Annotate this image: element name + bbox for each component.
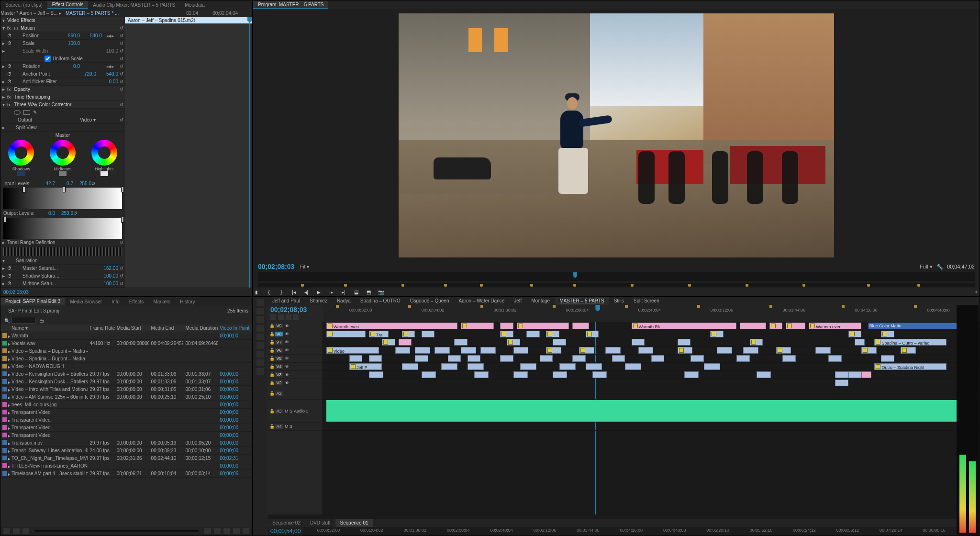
mask-ellipse-icon[interactable] [14,110,21,115]
scale-val[interactable]: 100.0 [53,41,80,46]
sequence-tab[interactable]: Jeff [509,297,526,305]
timeline-clip[interactable] [848,331,861,337]
timeline-clip[interactable] [326,331,366,337]
timeline-clip[interactable] [546,331,559,337]
sequence-tab[interactable]: Shamez [305,297,332,305]
timeline-clip[interactable] [520,363,536,370]
project-row[interactable]: ▸ Video – Intro with Titles and Motion.m… [0,386,252,393]
reset-icon[interactable]: ↺ [118,41,125,46]
reset-icon[interactable]: ↺ [118,240,125,245]
project-row[interactable]: ▸ TITLES-New-Transit-Lines_AARON.jpg 00;… [0,462,252,470]
project-row[interactable]: ▸ Transparent Video 00;00;00 [0,432,252,439]
timeline-clip[interactable]: Outro – Spadina Night [874,363,947,370]
mark-in-icon[interactable]: { [266,289,272,295]
pen-tool-icon[interactable] [256,342,264,349]
timeline-clip[interactable] [395,347,411,354]
timeline-clip[interactable] [454,339,467,346]
timeline-clip[interactable] [382,339,395,346]
project-row[interactable]: ▸ Video – NADYA ROUGH [0,363,252,370]
lower-seq-tab[interactable]: Sequence 01 [335,519,373,527]
rotation-val[interactable]: 0.0 [53,64,80,69]
find-icon[interactable] [214,528,221,534]
shadows-swatch[interactable] [17,171,25,176]
midtone-sat[interactable]: Midtone Satur... [14,281,91,286]
timeline-clip[interactable] [835,371,849,378]
audio-track-header[interactable]: 🔒A2 [267,387,323,400]
project-row[interactable]: ▸ Video – Kensington Dusk – Strollers.mo… [0,378,252,386]
play-icon[interactable]: ▶ [315,289,322,295]
col-mediaduration[interactable]: Media Duration [183,325,218,331]
tab-history[interactable]: History [175,298,200,305]
timeline-clip[interactable] [651,355,664,362]
program-markers-track[interactable] [258,283,975,287]
timeline-clip[interactable] [605,347,621,354]
project-row[interactable]: ▸ Timelapse AM part 4 - 3secs stabilized… [0,470,252,478]
reset-icon[interactable]: ↺ [118,273,125,279]
project-row[interactable]: ▸ Transition.mov29.97 fps00;00;00;00 00;… [0,439,252,447]
project-row[interactable]: ▸ Video – AM Sunrise 125x – 60min to 252… [0,393,252,401]
button-editor-icon[interactable]: ＋ [973,289,980,295]
extract-icon[interactable]: ⬒ [365,289,372,295]
zoom-tool-icon[interactable] [256,359,264,366]
tab-project[interactable]: Project: SAFP Final Edit 3 [0,298,65,305]
timeline-clip[interactable] [500,323,513,329]
lower-timeline-ruler[interactable]: 00;00;32;0000;01;04;0200;01;36;0200;02;0… [303,527,980,536]
timeline-zoom-scroll[interactable] [268,514,979,519]
mask-rect-icon[interactable] [23,110,30,115]
add-marker-icon[interactable]: ▮ [253,289,260,295]
inlvl-3[interactable]: 255.0 [73,181,91,186]
tab-effect-controls[interactable]: Effect Controls [47,1,88,9]
search-icon[interactable]: 🔍 [4,318,10,324]
reset-icon[interactable]: ↺ [91,181,95,186]
timeline-clip[interactable] [901,347,916,354]
audio-track[interactable] [323,400,980,423]
timeline-clip[interactable] [750,339,763,346]
timeline-clip[interactable] [572,355,585,362]
quality-select[interactable]: Full ▾ [920,264,933,270]
tonal-range[interactable]: Tonal Range Definition [7,240,118,245]
timeline-clip[interactable]: Warmth [769,323,782,329]
timeline-clip[interactable] [592,371,607,378]
timeline-clip[interactable] [461,323,494,329]
settings-icon[interactable] [293,314,299,320]
timeline-clip[interactable] [625,363,641,370]
project-row[interactable]: ▸ Transparent Video 00;00;00 [0,416,252,424]
automate-icon[interactable] [204,528,211,534]
timeline-clip[interactable] [678,339,690,346]
step-back-icon[interactable]: ◂| [303,289,310,295]
export-frame-icon[interactable]: 📷 [378,289,384,295]
ec-clip-name[interactable]: Aaron – Jeff – Spadina 015.m2t [125,17,252,23]
timeline-clip[interactable] [881,331,894,337]
project-row[interactable]: ▸ TO_CN_Night_Pan_Timelapse_MVI_85629.97… [0,455,252,462]
ec-timecode[interactable]: 00;02;08;03 [0,288,252,296]
timeline-clip[interactable]: Warmth [786,323,805,329]
outlvl-2[interactable]: 253.6 [55,211,73,216]
slip-tool-icon[interactable] [256,334,264,340]
go-in-icon[interactable]: |◂ [290,289,297,295]
video-track-header[interactable]: 🔒V7👁 [267,338,323,346]
timeline-clip[interactable] [740,323,766,329]
reset-icon[interactable]: ↺ [118,266,125,271]
ec-position[interactable]: Position [14,33,53,38]
sequence-tab[interactable]: Nadya [332,297,356,305]
timeline-clip[interactable] [835,380,848,386]
timeline-clip[interactable] [612,355,625,362]
project-row[interactable]: ▸ Transparent Video 00;00;00 [0,409,252,416]
timeline-clip[interactable] [710,331,723,337]
reset-icon[interactable]: ↺ [118,71,125,77]
timeline-clip[interactable] [402,363,418,370]
midtones-swatch[interactable] [59,171,67,176]
timeline-clip[interactable] [402,331,415,337]
reset-icon[interactable]: ↺ [118,48,125,54]
ec-flicker[interactable]: Anti-flicker Filter [14,79,91,84]
timeline-clip[interactable] [861,371,871,378]
selection-tool-icon[interactable] [256,299,264,306]
reset-icon[interactable]: ↺ [118,281,125,286]
master-sat[interactable]: Master Saturat... [14,266,91,271]
new-bin-icon[interactable] [223,528,230,534]
settings-icon[interactable]: 🔧 [936,264,943,270]
hand-tool-icon[interactable] [256,351,264,357]
reset-icon[interactable]: ↺ [118,64,125,69]
ripple-tool-icon[interactable] [256,316,264,323]
timeline-clip[interactable] [513,371,528,378]
